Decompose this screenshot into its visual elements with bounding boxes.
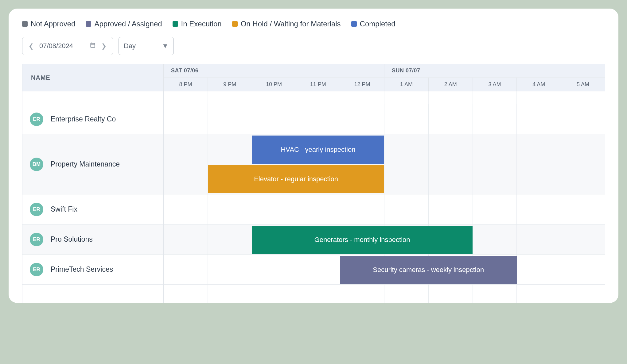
hour-header: 9 PM (208, 78, 252, 91)
legend-label: Approved / Assigned (94, 20, 162, 28)
timeline-header: SAT 07/06SUN 07/07 8 PM9 PM10 PM11 PM12 … (164, 64, 605, 91)
avatar: ER (30, 233, 43, 246)
next-date-button[interactable]: ❯ (100, 42, 108, 50)
grid-spacer-row (22, 91, 605, 104)
hour-header: 12 PM (340, 78, 384, 91)
hour-cell (340, 91, 384, 104)
legend-label: Not Approved (31, 20, 75, 28)
resource-name: Property Maintenance (51, 160, 120, 168)
scheduler-grid: NAME SAT 07/06SUN 07/07 8 PM9 PM10 PM11 … (22, 64, 605, 303)
hour-header: 5 AM (561, 78, 605, 91)
hour-header: 11 PM (296, 78, 340, 91)
hour-cell (252, 285, 296, 303)
avatar: BM (30, 158, 43, 171)
grid-header: NAME SAT 07/06SUN 07/07 8 PM9 PM10 PM11 … (22, 64, 605, 91)
resource-name: Pro Solutions (51, 235, 93, 243)
resource-label: BM Property Maintenance (22, 134, 163, 194)
hour-cell (208, 91, 252, 104)
name-column-header: NAME (22, 64, 164, 91)
resource-name: PrimeTech Services (51, 265, 113, 274)
prev-date-button[interactable]: ❮ (27, 42, 35, 50)
hour-cell (164, 91, 208, 104)
resource-row: ER Enterprise Realty Co (22, 104, 605, 134)
hour-header: 3 AM (473, 78, 517, 91)
date-picker[interactable]: ❮ 07/08/2024 ❯ (22, 37, 113, 55)
view-mode-value: Day (124, 42, 136, 50)
name-header-label: NAME (31, 74, 50, 81)
grid-footspace-row (22, 284, 605, 303)
resource-row: BM Property Maintenance HVAC - yearly in… (22, 134, 605, 194)
avatar: ER (30, 113, 43, 126)
hour-cell (384, 91, 428, 104)
task-overlay (164, 104, 605, 134)
hour-cell (516, 91, 561, 104)
resource-timeline (164, 104, 605, 134)
task-overlay (164, 194, 605, 224)
day-header: SUN 07/07 (384, 64, 605, 78)
toolbar: ❮ 07/08/2024 ❯ Day ▼ (22, 37, 605, 55)
hour-cell (428, 285, 473, 303)
hour-cell (296, 285, 340, 303)
hour-cell (561, 91, 605, 104)
resource-row: ER Swift Fix (22, 194, 605, 224)
resource-label: ER Enterprise Realty Co (22, 104, 163, 134)
legend-label: In Execution (181, 20, 222, 28)
resource-label: ER Pro Solutions (22, 224, 163, 254)
hour-header: 2 AM (428, 78, 473, 91)
task-overlay: Generators - monthly inspection (164, 224, 605, 254)
day-header: SAT 07/06 (164, 64, 384, 78)
task-bar[interactable]: Elevator - regular inspection (208, 165, 384, 193)
task-overlay: HVAC - yearly inspectionElevator - regul… (164, 134, 605, 194)
legend-item: Approved / Assigned (86, 20, 162, 28)
resource-name: Swift Fix (51, 205, 77, 213)
legend-swatch (22, 21, 28, 27)
caret-down-icon: ▼ (162, 42, 169, 50)
legend-label: Completed (360, 20, 395, 28)
hour-cell (384, 285, 428, 303)
resource-timeline: Security cameras - weekly insepction (164, 255, 605, 284)
hour-header: 1 AM (384, 78, 428, 91)
resource-timeline: HVAC - yearly inspectionElevator - regul… (164, 134, 605, 194)
hour-header: 10 PM (252, 78, 296, 91)
legend-swatch (351, 21, 357, 27)
legend-item: Completed (351, 20, 395, 28)
legend-swatch (173, 21, 178, 27)
hour-cell (516, 285, 561, 303)
task-bar[interactable]: Security cameras - weekly insepction (340, 256, 517, 284)
hour-cell (252, 91, 296, 104)
legend-item: In Execution (173, 20, 222, 28)
calendar-icon (90, 42, 96, 50)
legend-item: Not Approved (22, 20, 75, 28)
avatar: ER (30, 203, 43, 216)
date-value: 07/08/2024 (39, 42, 85, 50)
resource-label: ER Swift Fix (22, 194, 163, 224)
legend-swatch (232, 21, 238, 27)
task-bar[interactable]: HVAC - yearly inspection (252, 136, 384, 164)
task-overlay: Security cameras - weekly insepction (164, 255, 605, 284)
legend-label: On Hold / Waiting for Materials (241, 20, 341, 28)
legend: Not ApprovedApproved / AssignedIn Execut… (22, 20, 605, 28)
resource-label: ER PrimeTech Services (22, 255, 163, 284)
hour-cell (340, 285, 384, 303)
view-mode-select[interactable]: Day ▼ (119, 37, 174, 55)
scheduler-card: Not ApprovedApproved / AssignedIn Execut… (9, 9, 618, 303)
hour-cell (296, 91, 340, 104)
resource-row: ER PrimeTech Services Security cameras -… (22, 254, 605, 284)
legend-item: On Hold / Waiting for Materials (232, 20, 341, 28)
hour-cell (208, 285, 252, 303)
hour-cell (473, 285, 517, 303)
resource-timeline: Generators - monthly inspection (164, 224, 605, 254)
resource-timeline (164, 194, 605, 224)
hour-cell (164, 285, 208, 303)
hour-cell (561, 285, 605, 303)
hour-cell (428, 91, 473, 104)
legend-swatch (86, 21, 91, 27)
hour-header: 4 AM (516, 78, 561, 91)
hour-header: 8 PM (164, 78, 208, 91)
avatar: ER (30, 263, 43, 276)
resource-row: ER Pro Solutions Generators - monthly in… (22, 224, 605, 254)
task-bar[interactable]: Generators - monthly inspection (252, 226, 473, 254)
resource-name: Enterprise Realty Co (51, 115, 116, 123)
hour-cell (473, 91, 517, 104)
